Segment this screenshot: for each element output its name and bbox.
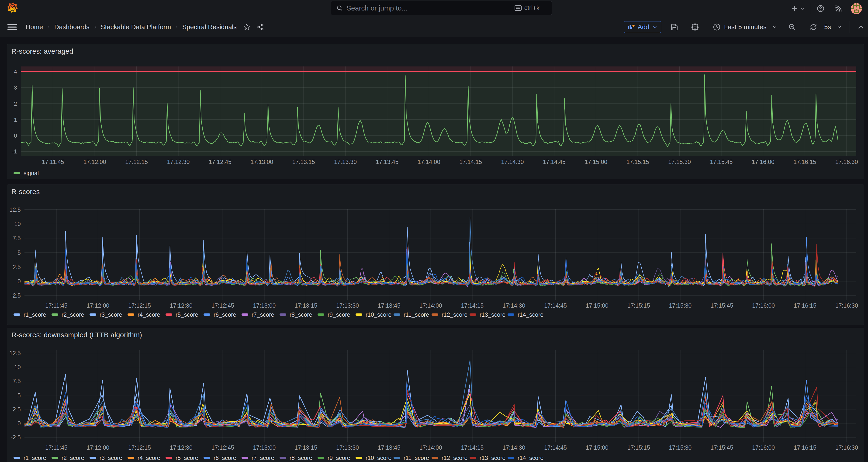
svg-text:2: 2: [14, 100, 17, 107]
svg-text:17:14:45: 17:14:45: [544, 444, 567, 451]
svg-text:r11_score: r11_score: [404, 455, 429, 461]
svg-text:17:15:15: 17:15:15: [627, 444, 650, 451]
svg-text:17:14:45: 17:14:45: [544, 302, 567, 309]
svg-text:17:12:30: 17:12:30: [170, 444, 192, 451]
svg-text:17:15:30: 17:15:30: [669, 302, 691, 309]
svg-text:r10_score: r10_score: [366, 455, 392, 461]
svg-text:17:14:30: 17:14:30: [501, 159, 524, 165]
svg-text:17:15:30: 17:15:30: [669, 444, 691, 451]
svg-text:17:14:15: 17:14:15: [459, 159, 482, 165]
svg-text:17:11:45: 17:11:45: [42, 159, 64, 165]
svg-text:r3_score: r3_score: [99, 455, 122, 461]
svg-text:17:12:45: 17:12:45: [212, 302, 234, 309]
svg-text:r6_score: r6_score: [214, 455, 236, 461]
svg-text:r12_score: r12_score: [441, 311, 467, 318]
svg-text:r14_score: r14_score: [518, 311, 544, 318]
svg-text:17:12:45: 17:12:45: [212, 444, 234, 451]
svg-text:17:13:00: 17:13:00: [253, 302, 276, 309]
svg-text:17:15:15: 17:15:15: [626, 159, 649, 165]
svg-text:3: 3: [14, 85, 17, 91]
svg-text:0: 0: [18, 278, 21, 284]
svg-text:r4_score: r4_score: [137, 455, 160, 461]
svg-text:17:15:45: 17:15:45: [710, 159, 733, 165]
svg-text:r12_score: r12_score: [441, 455, 467, 461]
svg-text:r3_score: r3_score: [99, 311, 122, 318]
svg-text:17:14:15: 17:14:15: [461, 302, 484, 309]
svg-text:17:15:00: 17:15:00: [586, 302, 608, 309]
svg-text:10: 10: [14, 221, 21, 227]
svg-text:r13_score: r13_score: [479, 455, 505, 461]
svg-text:r5_score: r5_score: [176, 311, 198, 318]
svg-text:17:16:00: 17:16:00: [752, 159, 774, 165]
svg-text:17:13:45: 17:13:45: [376, 159, 398, 165]
svg-text:17:13:00: 17:13:00: [253, 444, 276, 451]
svg-text:17:12:30: 17:12:30: [167, 159, 190, 165]
svg-text:r1_score: r1_score: [24, 311, 46, 318]
svg-text:5: 5: [18, 249, 21, 256]
svg-text:17:13:30: 17:13:30: [336, 302, 359, 309]
svg-text:17:12:15: 17:12:15: [128, 302, 151, 309]
svg-text:r1_score: r1_score: [24, 455, 46, 461]
svg-text:-1: -1: [12, 148, 17, 155]
svg-text:17:12:15: 17:12:15: [128, 444, 151, 451]
svg-text:2.5: 2.5: [12, 264, 21, 270]
svg-text:r8_score: r8_score: [289, 311, 312, 318]
svg-text:17:15:30: 17:15:30: [668, 159, 691, 165]
svg-text:0: 0: [18, 420, 21, 427]
svg-text:17:16:30: 17:16:30: [835, 302, 858, 309]
svg-text:17:11:45: 17:11:45: [45, 444, 67, 451]
svg-text:17:12:15: 17:12:15: [125, 159, 148, 165]
svg-text:17:16:15: 17:16:15: [794, 302, 816, 309]
svg-text:17:14:00: 17:14:00: [420, 444, 442, 451]
svg-text:17:15:00: 17:15:00: [585, 159, 607, 165]
svg-text:r5_score: r5_score: [176, 455, 198, 461]
svg-text:17:16:15: 17:16:15: [794, 444, 816, 451]
svg-text:r14_score: r14_score: [518, 455, 544, 461]
svg-text:r4_score: r4_score: [137, 311, 160, 318]
svg-text:12.5: 12.5: [9, 206, 21, 213]
svg-text:5: 5: [18, 392, 21, 399]
svg-text:signal: signal: [24, 170, 39, 176]
svg-text:17:13:45: 17:13:45: [378, 302, 400, 309]
svg-text:17:11:45: 17:11:45: [45, 302, 67, 309]
svg-text:r6_score: r6_score: [214, 311, 236, 318]
svg-text:r11_score: r11_score: [404, 311, 429, 318]
svg-text:17:13:00: 17:13:00: [250, 159, 273, 165]
svg-text:17:14:15: 17:14:15: [461, 444, 484, 451]
svg-text:17:13:30: 17:13:30: [336, 444, 359, 451]
svg-text:12.5: 12.5: [9, 350, 21, 356]
svg-text:17:15:45: 17:15:45: [711, 302, 733, 309]
svg-text:1: 1: [14, 117, 17, 123]
svg-text:17:12:00: 17:12:00: [84, 159, 106, 165]
svg-text:r2_score: r2_score: [62, 311, 84, 318]
svg-text:17:15:45: 17:15:45: [711, 444, 733, 451]
svg-text:4: 4: [14, 68, 17, 75]
svg-text:r10_score: r10_score: [366, 311, 392, 318]
svg-text:7.5: 7.5: [12, 378, 21, 384]
svg-text:r9_score: r9_score: [328, 455, 350, 461]
svg-text:-2.5: -2.5: [11, 434, 21, 440]
svg-text:17:16:00: 17:16:00: [752, 444, 775, 451]
svg-text:17:13:30: 17:13:30: [334, 159, 357, 165]
svg-text:17:16:15: 17:16:15: [794, 159, 816, 165]
svg-text:10: 10: [14, 364, 21, 370]
svg-text:17:14:00: 17:14:00: [417, 159, 440, 165]
svg-text:17:13:15: 17:13:15: [295, 444, 317, 451]
svg-text:17:12:00: 17:12:00: [87, 302, 110, 309]
svg-text:r2_score: r2_score: [62, 455, 84, 461]
svg-text:r8_score: r8_score: [289, 455, 312, 461]
svg-text:17:12:00: 17:12:00: [87, 444, 110, 451]
svg-text:17:16:00: 17:16:00: [752, 302, 775, 309]
svg-text:17:14:45: 17:14:45: [543, 159, 565, 165]
svg-text:-2.5: -2.5: [11, 292, 21, 299]
svg-text:17:14:30: 17:14:30: [503, 444, 525, 451]
svg-text:17:14:00: 17:14:00: [420, 302, 442, 309]
svg-text:r7_score: r7_score: [252, 455, 274, 461]
svg-text:17:15:15: 17:15:15: [627, 302, 650, 309]
svg-text:17:15:00: 17:15:00: [586, 444, 608, 451]
svg-text:r13_score: r13_score: [479, 311, 505, 318]
svg-text:17:13:45: 17:13:45: [378, 444, 400, 451]
svg-text:17:13:15: 17:13:15: [292, 159, 315, 165]
svg-text:17:12:45: 17:12:45: [209, 159, 231, 165]
svg-text:17:14:30: 17:14:30: [503, 302, 525, 309]
